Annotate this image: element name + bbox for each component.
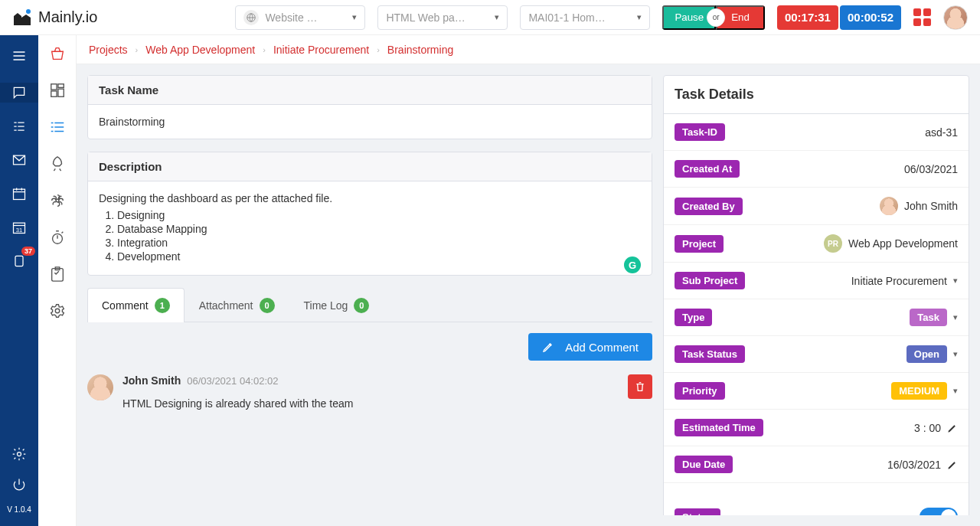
task-name-value[interactable]: Brainstorming	[88, 105, 652, 139]
nav-settings[interactable]	[0, 444, 38, 464]
chevron-down-icon: ▾	[953, 349, 958, 359]
nav-calendar[interactable]	[0, 184, 38, 204]
detail-sub-project[interactable]: Sub Project Initiate Procurement▾	[664, 263, 969, 299]
detail-label: Status	[675, 508, 720, 516]
detail-label: Created At	[675, 160, 740, 178]
breadcrumb-current[interactable]: Brainstorming	[387, 44, 453, 56]
detail-label: Type	[675, 309, 712, 326]
timers: 00:17:31 00:00:52	[777, 5, 901, 30]
description-list: Designing Database Mapping Integration D…	[99, 209, 641, 263]
primary-nav: 31 37 V 1.0.4	[0, 35, 38, 526]
detail-label: Due Date	[675, 456, 733, 473]
status-badge: Open	[906, 345, 947, 363]
detail-label: Created By	[675, 198, 743, 215]
nav2-list[interactable]	[38, 116, 77, 138]
task-details-heading: Task Details	[664, 76, 969, 114]
detail-label: Estimated Time	[675, 419, 763, 436]
detail-type[interactable]: Type Task▾	[664, 299, 969, 336]
detail-value: John Smith	[904, 200, 958, 212]
detail-value: asd-31	[925, 126, 958, 139]
tab-comment[interactable]: Comment 1	[87, 288, 185, 322]
comment-avatar	[87, 374, 113, 400]
nav-notifications[interactable]: 37	[0, 251, 38, 271]
pencil-icon[interactable]	[947, 459, 958, 470]
version-label: V 1.0.4	[7, 505, 31, 514]
description-item: Development	[117, 250, 641, 263]
description-body[interactable]: Designing the dashboard as per the attac…	[88, 181, 652, 275]
menu-toggle[interactable]	[0, 43, 38, 69]
secondary-nav	[38, 35, 77, 526]
delete-comment-button[interactable]	[628, 374, 652, 399]
task-name-card: Task Name Brainstorming	[87, 75, 652, 139]
svg-point-15	[55, 309, 60, 313]
apps-icon[interactable]	[913, 8, 931, 26]
detail-due-date[interactable]: Due Date 16/03/2021	[664, 446, 969, 483]
tab-timelog-badge: 0	[354, 298, 369, 313]
add-comment-button[interactable]: Add Comment	[528, 333, 652, 361]
pencil-icon[interactable]	[947, 423, 958, 433]
nav2-settings[interactable]	[38, 300, 77, 322]
detail-label: Task Status	[675, 345, 745, 363]
detail-priority[interactable]: Priority MEDIUM▾	[664, 373, 969, 410]
nav-mail[interactable]	[0, 150, 38, 170]
detail-created-at: Created At 06/03/2021	[664, 151, 969, 188]
breadcrumb-webapp[interactable]: Web App Development	[145, 44, 255, 56]
detail-value: Web App Development	[848, 237, 958, 250]
tab-comment-label: Comment	[102, 299, 149, 312]
detail-value: 06/03/2021	[904, 163, 958, 175]
or-divider: or	[707, 8, 725, 27]
description-item: Database Mapping	[117, 223, 641, 235]
logo-text: Mainly.io	[38, 8, 97, 26]
chevron-down-icon: ▾	[637, 12, 642, 22]
nav-power[interactable]	[0, 475, 38, 495]
detail-value: Initiate Procurement	[851, 275, 947, 287]
detail-label: Sub Project	[675, 272, 745, 289]
tabs-section: Comment 1 Attachment 0 Time Log 0	[87, 288, 652, 413]
breadcrumb-separator-icon: ›	[377, 45, 380, 54]
nav2-flower[interactable]	[38, 190, 77, 211]
detail-task-status[interactable]: Task Status Open▾	[664, 336, 969, 373]
add-comment-label: Add Comment	[565, 341, 639, 354]
nav-chat[interactable]	[0, 83, 38, 103]
nav2-rocket[interactable]	[38, 153, 77, 175]
detail-label: Project	[675, 235, 724, 253]
tab-timelog[interactable]: Time Log 0	[289, 288, 384, 322]
nav-calendar-day[interactable]: 31	[0, 217, 38, 237]
logo[interactable]: Mainly.io	[12, 8, 97, 27]
svg-rect-10	[57, 89, 63, 96]
nav2-dashboard[interactable]	[38, 80, 77, 101]
nav2-basket[interactable]	[38, 43, 77, 64]
detail-estimated-time[interactable]: Estimated Time 3 : 00	[664, 410, 969, 446]
grammarly-icon[interactable]: G	[624, 256, 641, 273]
breadcrumb-projects[interactable]: Projects	[89, 44, 128, 56]
nav-tasks[interactable]	[0, 116, 38, 136]
page-select[interactable]: HTML Web pa… ▾	[377, 5, 508, 30]
topbar: Mainly.io Website … ▾ HTML Web pa… ▾ MAI…	[0, 0, 980, 35]
tab-attachment-label: Attachment	[199, 299, 253, 312]
user-avatar[interactable]	[943, 5, 968, 30]
breadcrumb-procurement[interactable]: Initiate Procurement	[273, 44, 369, 56]
svg-rect-8	[51, 84, 56, 90]
chevron-down-icon: ▾	[953, 276, 958, 286]
tab-attachment[interactable]: Attachment 0	[185, 288, 289, 322]
globe-icon	[243, 10, 259, 25]
timer-controls: Pause or End	[662, 5, 765, 30]
status-toggle[interactable]	[920, 508, 958, 515]
project-select[interactable]: Website … ▾	[235, 5, 365, 30]
detail-project: Project PRWeb App Development	[664, 225, 969, 263]
logo-icon	[12, 8, 34, 27]
nav2-checklist[interactable]	[38, 263, 77, 285]
notification-badge: 37	[21, 247, 35, 256]
chevron-down-icon: ▾	[495, 12, 499, 22]
task-select[interactable]: MAI01-1 Hom… ▾	[520, 5, 650, 30]
detail-created-by: Created By John Smith	[664, 188, 969, 225]
main: Projects › Web App Development › Initiat…	[77, 35, 980, 526]
nav2-stopwatch[interactable]	[38, 227, 77, 248]
detail-label: Priority	[675, 382, 725, 400]
timer-primary: 00:17:31	[777, 5, 838, 30]
task-select-label: MAI01-1 Hom…	[528, 11, 631, 24]
detail-status-toggle: Status	[664, 498, 969, 515]
task-details-card: Task Details Task-ID asd-31 Created At 0…	[663, 75, 969, 515]
chevron-down-icon: ▾	[953, 312, 958, 322]
priority-badge: MEDIUM	[891, 382, 947, 400]
